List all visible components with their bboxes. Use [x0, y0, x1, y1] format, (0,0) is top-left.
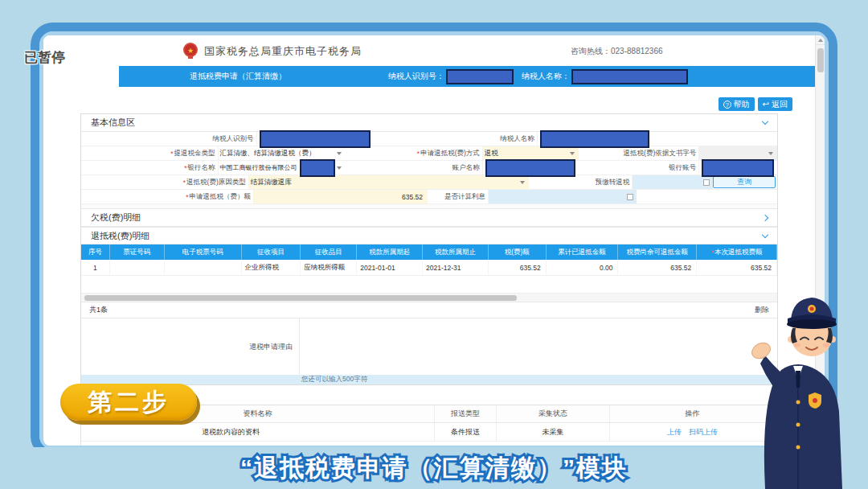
help-button[interactable]: 帮助: [719, 97, 755, 111]
attachment-status: 未采集: [497, 423, 610, 441]
section-basic-info[interactable]: 基本信息区: [81, 114, 777, 132]
bank-name-redacted[interactable]: [300, 159, 335, 177]
question-circle-icon: [723, 101, 731, 109]
doc-number-label: 退抵税(费)依据文书字号: [579, 146, 699, 160]
taxpayer-id-label: 纳税人识别号：: [388, 71, 444, 82]
chevron-right-icon: [762, 214, 768, 220]
chevron-down-icon: [762, 231, 768, 237]
account-name-label: 账户名称: [346, 161, 482, 175]
account-name-redacted[interactable]: [485, 159, 575, 177]
page-navbar: 退抵税费申请（汇算清缴） 纳税人识别号： 纳税人名称：: [119, 66, 818, 87]
video-frame: ★ 国家税务总局重庆市电子税务局 咨询热线：023-88812366 退抵税费申…: [0, 0, 868, 489]
apply-amount-input[interactable]: 635.52: [253, 190, 428, 203]
interest-field: [488, 190, 637, 203]
doc-number-select[interactable]: [698, 146, 777, 160]
step-badge: 第二步: [60, 384, 197, 421]
upload-link[interactable]: 上传: [667, 427, 682, 438]
taxpayer-name-label: 纳税人名称：: [522, 71, 570, 82]
row5-filler: [637, 190, 777, 203]
horizontal-scrollbar-thumb[interactable]: [84, 295, 517, 301]
taxpayer-id-redacted-input[interactable]: [446, 69, 514, 84]
chevron-down-icon: [762, 118, 768, 125]
taxpayer-id-field-redacted[interactable]: [260, 130, 371, 148]
field-taxpayer-name: [537, 132, 777, 146]
bank-account-field: [698, 161, 777, 175]
prepaid-label: 预缴转退税: [529, 175, 632, 189]
reason-type-select[interactable]: 结算清缴退库: [248, 175, 529, 189]
apply-way-select[interactable]: 退税: [482, 146, 579, 160]
section-refund-detail[interactable]: 退抵税(费)明细: [81, 227, 777, 244]
attachment-row: 退税款内容的资料 条件报送 未采集 上传 扫码上传: [81, 423, 777, 441]
table-row[interactable]: 1 企业所得税 应纳税所得额 2021-01-01 2021-12-31 635…: [81, 260, 777, 276]
svg-text:★: ★: [187, 47, 194, 55]
interest-label: 是否计算利息: [428, 190, 488, 203]
form-row-reason-type: *退抵税(费)原因类型 结算清缴退库 预缴转退税 查询: [81, 175, 777, 190]
form-row-refund-type: *提退税金类型 汇算清缴、结算清缴退税（费） *申请退抵税(费)方式 退税 退抵…: [81, 146, 777, 161]
site-header: ★ 国家税务总局重庆市电子税务局 咨询热线：023-88812366: [43, 35, 815, 66]
refund-table-header: 序号 票证号码 电子税票号码 征收项目 征收品目 税款所属期起 税款所属期止 税…: [81, 244, 777, 260]
prepaid-field: [632, 175, 713, 189]
section-debt-detail[interactable]: 欠税(费)明细: [81, 209, 777, 227]
field-taxpayer-id-label: 纳税人识别号: [81, 132, 256, 146]
national-emblem-icon: ★: [182, 42, 199, 60]
vertical-scrollbar-thumb[interactable]: [817, 48, 824, 72]
main-content-box: 基本信息区 纳税人识别号 纳税人名称 *提退税金类型 汇算清缴、结算清缴退税（费…: [80, 113, 778, 385]
taxpayer-name-field-redacted[interactable]: [540, 130, 649, 148]
bank-name-label: *银行名称: [81, 161, 218, 175]
required-column-header: *本次退抵税费额: [697, 244, 777, 260]
hotline-text: 咨询热线：023-88812366: [571, 46, 663, 57]
chevron-down-icon: [337, 152, 342, 158]
paused-indicator: 已暂停: [24, 48, 65, 67]
refund-reason-textarea[interactable]: [299, 318, 777, 375]
mascot-body: [764, 364, 842, 489]
chevron-down-icon: [768, 152, 773, 158]
apply-way-label: *申请退抵税(费)方式: [346, 146, 482, 160]
prepaid-checkbox[interactable]: [703, 179, 710, 186]
refund-type-select[interactable]: 汇算清缴、结算清缴退税（费）: [218, 146, 346, 160]
attachment-type: 条件报送: [435, 423, 497, 441]
row-count: 共1条: [89, 305, 108, 315]
query-button[interactable]: 查询: [713, 176, 776, 188]
tax-officer-mascot: [747, 265, 852, 489]
chevron-down-icon: [570, 152, 575, 158]
table-footer: 共1条 删除: [81, 302, 777, 318]
taxpayer-name-redacted-input[interactable]: [571, 69, 688, 84]
waving-hand: [749, 339, 773, 361]
bank-account-redacted[interactable]: [702, 159, 774, 177]
scroll-up-arrow-icon[interactable]: [816, 35, 825, 45]
form-row-taxpayer: 纳税人识别号 纳税人名称: [81, 132, 777, 146]
refund-type-label: *提退税金类型: [81, 146, 218, 160]
horizontal-scrollbar[interactable]: [81, 294, 777, 302]
form-row-bank: *银行名称 中国工商银行股份有限公司 账户名称 银行账号: [81, 161, 777, 175]
refund-reason-row: 退税申请理由: [81, 318, 777, 375]
account-name-field: [482, 161, 579, 175]
field-taxpayer-id: [256, 132, 430, 146]
caption-band: “退抵税费申请（汇算清缴）”模块: [0, 447, 868, 489]
bank-account-label: 银行账号: [579, 161, 699, 175]
form-row-amount: *申请退抵税（费）额 635.52 是否计算利息: [81, 190, 777, 204]
char-limit-hint: 您还可以输入500字符: [81, 375, 777, 384]
interest-checkbox[interactable]: [627, 194, 633, 200]
chevron-down-icon: [337, 166, 342, 172]
site-title: 国家税务总局重庆市电子税务局: [204, 44, 362, 59]
attachment-row-clipped: [81, 441, 777, 446]
back-button[interactable]: 返回: [758, 97, 792, 111]
page-title: 退抵税费申请（汇算清缴）: [190, 71, 286, 82]
reason-type-label: *退抵税(费)原因类型: [81, 175, 248, 189]
apply-amount-label: *申请退抵税（费）额: [81, 190, 253, 203]
field-taxpayer-name-label: 纳税人名称: [429, 132, 537, 146]
return-arrow-icon: [763, 100, 769, 109]
scan-upload-link[interactable]: 扫码上传: [689, 427, 718, 438]
bank-name-select[interactable]: 中国工商银行股份有限公司: [218, 161, 346, 175]
caption-text: “退抵税费申请（汇算清缴）”模块: [240, 454, 628, 481]
refund-reason-label: 退税申请理由: [81, 318, 299, 375]
chevron-down-icon: [520, 181, 525, 187]
caption-text-svg: “退抵税费申请（汇算清缴）”模块: [129, 447, 739, 489]
table-empty-area: [81, 276, 777, 294]
attachment-name: 退税款内容的资料: [81, 423, 435, 441]
toolbar: 帮助 返回: [719, 97, 792, 111]
